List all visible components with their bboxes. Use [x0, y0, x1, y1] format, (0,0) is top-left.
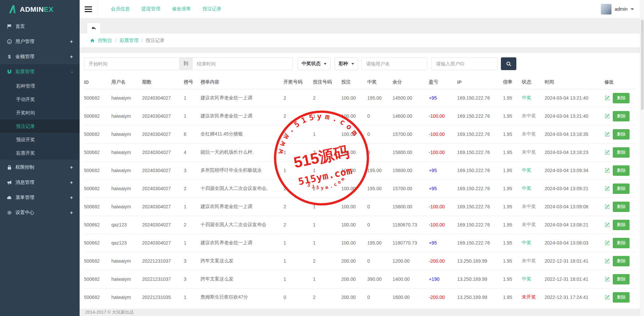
cell-period: 20221231037 [142, 252, 184, 270]
breadcrumb-current: 投注记录 [146, 38, 165, 44]
delete-button[interactable]: 删除 [613, 238, 630, 248]
edit-icon[interactable] [604, 294, 610, 300]
table-row: 500682haiwaiym202212310373跨年文案这么发12200.0… [84, 252, 636, 270]
app-logo[interactable]: ADMINEX [0, 0, 80, 19]
breadcrumb-console[interactable]: 控制台 [98, 38, 112, 44]
topnav-link-member-info[interactable]: 会员信息 [111, 6, 130, 12]
cell-bet_no: 2 [313, 252, 341, 270]
cell-content: 全红婵411.45分摘银 [201, 125, 284, 143]
delete-button[interactable]: 删除 [613, 111, 630, 121]
bet-records-table: ID用户名期数榜号榜单内容开奖号码投注号码投注中奖余分盈亏IP倍率状态时间修改 … [84, 75, 636, 306]
hamburger-menu-icon[interactable] [80, 0, 97, 18]
svg-text:$: $ [8, 54, 11, 59]
cell-time: 2024-03-04 13:08:21 [545, 216, 604, 234]
sidebar-item-lottery-mgmt[interactable]: 彩票管理- [0, 64, 80, 79]
sidebar-item-user-mgmt[interactable]: 用户管理+ [0, 34, 80, 49]
edit-icon[interactable] [604, 276, 610, 282]
cell-rate: 1.95 [503, 270, 522, 288]
topnav-link-withdraw-mgmt[interactable]: 提现管理 [141, 6, 160, 12]
cell-balance: 15700.00 [393, 125, 429, 143]
delete-button[interactable]: 删除 [613, 129, 630, 140]
breadcrumb-lottery-mgmt[interactable]: 彩票管理 [120, 38, 138, 44]
delete-button[interactable]: 删除 [613, 183, 630, 194]
sidebar-item-message[interactable]: 消息管理+ [0, 175, 80, 190]
sidebar-item-permission[interactable]: 权限控制+ [0, 160, 80, 175]
topnav-link-bet-records[interactable]: 投注记录 [203, 6, 221, 12]
status-badge: 未中奖 [522, 222, 536, 227]
sidebar-subitem-lottery-draw[interactable]: 彩票开奖 [0, 146, 80, 160]
cell-id: 500682 [84, 288, 111, 306]
delete-button[interactable]: 删除 [613, 202, 630, 212]
delete-button[interactable]: 删除 [613, 147, 630, 158]
cell-content: 建议农民养老金统一上调 [201, 89, 284, 107]
delete-button[interactable]: 删除 [613, 256, 630, 266]
status-badge: 中奖 [522, 95, 531, 100]
profit-value: +95 [429, 240, 437, 246]
cell-balance: 15800.00 [393, 198, 429, 216]
cell-user: haiwaiym [111, 89, 142, 107]
edit-icon[interactable] [604, 95, 610, 101]
cell-actions: 删除 [604, 125, 636, 143]
username-input[interactable] [361, 57, 427, 70]
profit-value: +95 [429, 186, 437, 191]
sidebar-item-home[interactable]: 首页 [0, 19, 80, 34]
edit-icon[interactable] [604, 131, 610, 137]
cell-ip: 169.150.222.76 [457, 216, 503, 234]
sidebar-subitem-manual-draw[interactable]: 手动开奖 [0, 93, 80, 106]
cell-time: 2024-03-04 13:18:23 [545, 143, 604, 161]
delete-button[interactable]: 删除 [613, 274, 630, 284]
sidebar-subitem-draw-time[interactable]: 开奖时间 [0, 106, 80, 119]
end-time-input[interactable] [192, 57, 293, 70]
edit-icon[interactable] [604, 167, 610, 173]
scrollbar[interactable] [640, 0, 644, 316]
win-status-select[interactable]: 中奖状态 [298, 57, 331, 70]
edit-icon[interactable] [604, 113, 610, 119]
delete-button[interactable]: 删除 [613, 292, 630, 303]
cell-profit: -100.00 [429, 216, 457, 234]
edit-icon[interactable] [604, 258, 610, 264]
cell-open: 1 [284, 143, 313, 161]
sidebar-item-fund-mgmt[interactable]: $金额管理+ [0, 49, 80, 64]
table-row: 500662qaz123202403040271建议农民养老金统一上调11100… [84, 234, 636, 252]
edit-icon[interactable] [604, 149, 610, 155]
sidebar-subitem-preset-draw[interactable]: 预设开奖 [0, 133, 80, 146]
cell-profit: -100.00 [429, 107, 457, 125]
cell-period: 20240304027 [142, 179, 184, 198]
userid-input[interactable] [431, 57, 498, 70]
sidebar-subitem-bet-records[interactable]: 投注记录 [0, 119, 80, 133]
start-time-input[interactable] [84, 57, 180, 70]
delete-button[interactable]: 删除 [613, 220, 630, 230]
row-actions: 删除 [604, 129, 634, 140]
cell-ip: 169.150.222.76 [457, 179, 503, 198]
user-menu[interactable]: admin [601, 4, 634, 15]
cell-open: 2 [284, 216, 313, 234]
edit-icon[interactable] [604, 204, 610, 210]
cell-bet_no: 1 [313, 107, 341, 125]
lottery-type-select[interactable]: 彩种 [335, 57, 358, 70]
table-row: 500682haiwaiym202403040271建议农民养老金统一上调211… [84, 107, 636, 125]
cell-profit: -200.00 [429, 252, 457, 270]
delete-button[interactable]: 删除 [613, 93, 630, 103]
cell-time: 2022-12-31 17:24:41 [545, 288, 604, 306]
cell-rate: 1.95 [503, 234, 522, 252]
sidebar-item-menu-mgmt[interactable]: 菜单管理+ [0, 190, 80, 205]
cell-content: 多所院校呼吁毕业生积极就业 [201, 161, 284, 179]
search-button[interactable] [501, 57, 516, 70]
edit-icon[interactable] [604, 186, 610, 192]
cell-no: 2 [184, 179, 201, 198]
cell-content: 跨年文案这么发 [201, 252, 284, 270]
sidebar-item-settings[interactable]: 设置中心+ [0, 205, 80, 220]
cell-balance: 1200.00 [393, 252, 429, 270]
cell-content: 詹姆斯生日夜狂砍47分 [201, 288, 284, 306]
col-header-win: 中奖 [367, 75, 392, 89]
scrollbar-thumb[interactable] [641, 19, 644, 110]
topnav-link-rate-edit[interactable]: 修改倍率 [172, 6, 191, 12]
cell-status: 未中奖 [522, 125, 545, 143]
edit-icon[interactable] [604, 240, 610, 246]
sidebar-subitem-lottery-type[interactable]: 彩种管理 [0, 79, 80, 93]
back-button[interactable] [87, 22, 101, 34]
cell-profit: -100.00 [429, 143, 457, 161]
delete-button[interactable]: 删除 [613, 165, 630, 176]
edit-icon[interactable] [604, 222, 610, 228]
cell-no: 1 [184, 198, 201, 216]
